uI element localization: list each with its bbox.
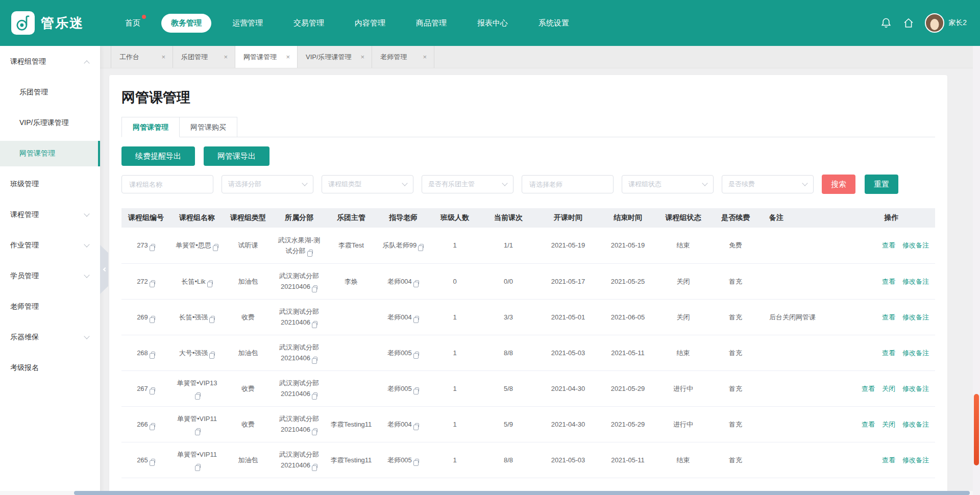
sidebar-collapse-handle[interactable] <box>100 245 108 294</box>
sidebar-item-instrument-maintenance[interactable]: 乐器维保 <box>0 325 100 350</box>
course-group-type-select[interactable]: 课程组类型 <box>322 175 413 193</box>
copy-icon[interactable] <box>214 244 218 249</box>
cell-status: 关闭 <box>656 299 710 335</box>
copy-icon[interactable] <box>415 352 419 356</box>
cell-actions: 查看关闭修改备注 <box>848 406 935 442</box>
sidebar-item-homework-mgmt[interactable]: 作业管理 <box>0 233 100 258</box>
copy-icon[interactable] <box>209 280 213 285</box>
nav-item-operations[interactable]: 运营管理 <box>223 14 273 33</box>
has-supervisor-select[interactable]: 是否有乐团主管 <box>422 175 513 193</box>
search-button[interactable]: 搜索 <box>822 175 855 194</box>
edit-remark-link[interactable]: 修改备注 <box>902 241 929 249</box>
copy-icon[interactable] <box>151 352 155 356</box>
edit-remark-link[interactable]: 修改备注 <box>902 313 929 321</box>
tab-teacher-mgmt[interactable]: 老师管理 × <box>372 46 434 68</box>
chevron-down-icon <box>84 272 89 278</box>
copy-icon[interactable] <box>151 280 155 285</box>
copy-icon[interactable] <box>313 321 317 326</box>
reset-button[interactable]: 重置 <box>865 175 898 194</box>
nav-item-products[interactable]: 商品管理 <box>406 14 456 33</box>
subtab-course-mgmt[interactable]: 网管课管理 <box>121 117 180 137</box>
close-icon[interactable]: × <box>161 53 165 61</box>
sidebar-item-exam-registration[interactable]: 考级报名 <box>0 355 100 381</box>
sidebar-item-course-group-mgmt[interactable]: 课程组管理 <box>0 49 100 75</box>
tab-label: 工作台 <box>119 53 139 62</box>
edit-remark-link[interactable]: 修改备注 <box>902 385 929 392</box>
nav-item-reports[interactable]: 报表中心 <box>468 14 518 33</box>
course-group-name-input[interactable] <box>128 180 207 189</box>
copy-icon[interactable] <box>420 244 424 249</box>
close-course-link[interactable]: 关闭 <box>882 385 895 392</box>
course-group-status-select[interactable]: 课程组状态 <box>622 175 714 193</box>
avatar[interactable] <box>925 13 944 33</box>
view-link[interactable]: 查看 <box>882 313 895 321</box>
nav-item-home[interactable]: 首页 <box>115 14 150 33</box>
edit-remark-link[interactable]: 修改备注 <box>902 420 929 428</box>
copy-icon[interactable] <box>211 316 215 320</box>
view-link[interactable]: 查看 <box>862 385 875 392</box>
copy-icon[interactable] <box>415 459 419 463</box>
export-online-course-button[interactable]: 网管课导出 <box>204 146 270 166</box>
tab-workbench[interactable]: 工作台 × <box>111 46 173 68</box>
copy-icon[interactable] <box>313 285 317 290</box>
view-link[interactable]: 查看 <box>882 456 895 464</box>
copy-icon[interactable] <box>309 250 313 254</box>
sidebar-item-course-mgmt[interactable]: 课程管理 <box>0 202 100 228</box>
sidebar-item-vip-theory-mgmt[interactable]: VIP/乐理课管理 <box>0 110 100 136</box>
branch-select[interactable]: 请选择分部 <box>222 175 313 193</box>
view-link[interactable]: 查看 <box>882 349 895 357</box>
export-renew-reminder-button[interactable]: 续费提醒导出 <box>121 146 195 166</box>
close-icon[interactable]: × <box>286 53 290 61</box>
teacher-field[interactable] <box>522 175 614 193</box>
course-group-name-field[interactable] <box>121 175 213 193</box>
copy-icon[interactable] <box>313 428 317 433</box>
edit-remark-link[interactable]: 修改备注 <box>902 456 929 464</box>
sidebar-item-student-mgmt[interactable]: 学员管理 <box>0 263 100 289</box>
tab-orchestra-mgmt[interactable]: 乐团管理 × <box>173 46 235 68</box>
view-link[interactable]: 查看 <box>882 278 895 285</box>
nav-item-settings[interactable]: 系统设置 <box>529 14 579 33</box>
teacher-input[interactable] <box>528 180 607 189</box>
sidebar-item-class-mgmt[interactable]: 班级管理 <box>0 171 100 197</box>
close-course-link[interactable]: 关闭 <box>882 420 895 428</box>
copy-icon[interactable] <box>197 392 201 397</box>
tab-vip-theory-mgmt[interactable]: VIP/乐理课管理 × <box>298 46 372 68</box>
bell-icon[interactable] <box>880 17 892 29</box>
copy-icon[interactable] <box>313 357 317 361</box>
copy-icon[interactable] <box>151 387 155 392</box>
copy-icon[interactable] <box>151 423 155 428</box>
renew-select[interactable]: 是否续费 <box>722 175 814 193</box>
copy-icon[interactable] <box>151 459 155 463</box>
horizontal-scrollbar-thumb[interactable] <box>74 491 970 495</box>
subtab-course-purchase[interactable]: 网管课购买 <box>180 117 237 137</box>
copy-icon[interactable] <box>151 244 155 249</box>
view-link[interactable]: 查看 <box>862 420 875 428</box>
sidebar-item-orchestra-mgmt[interactable]: 乐团管理 <box>0 80 100 105</box>
copy-icon[interactable] <box>415 316 419 320</box>
close-icon[interactable]: × <box>423 53 427 61</box>
sidebar-item-teacher-mgmt[interactable]: 老师管理 <box>0 294 100 319</box>
tab-online-course-mgmt[interactable]: 网管课管理 × <box>235 46 298 68</box>
copy-icon[interactable] <box>211 352 215 356</box>
cell-status: 结束 <box>656 228 710 263</box>
copy-icon[interactable] <box>197 428 201 433</box>
copy-icon[interactable] <box>197 464 201 468</box>
view-link[interactable]: 查看 <box>882 241 895 249</box>
sidebar-item-online-course-mgmt[interactable]: 网管课管理 <box>0 141 100 166</box>
copy-icon[interactable] <box>415 423 419 428</box>
vertical-scrollbar-thumb[interactable] <box>974 394 979 465</box>
copy-icon[interactable] <box>313 464 317 468</box>
copy-icon[interactable] <box>151 316 155 320</box>
nav-item-transactions[interactable]: 交易管理 <box>284 14 334 33</box>
edit-remark-link[interactable]: 修改备注 <box>902 349 929 357</box>
col-remark: 备注 <box>761 208 848 228</box>
copy-icon[interactable] <box>415 280 419 285</box>
home-icon[interactable] <box>902 17 915 29</box>
copy-icon[interactable] <box>313 392 317 397</box>
nav-item-academic[interactable]: 教务管理 <box>161 14 211 33</box>
close-icon[interactable]: × <box>361 53 365 61</box>
copy-icon[interactable] <box>415 387 419 392</box>
edit-remark-link[interactable]: 修改备注 <box>902 278 929 285</box>
nav-item-content[interactable]: 内容管理 <box>345 14 395 33</box>
close-icon[interactable]: × <box>224 53 228 61</box>
